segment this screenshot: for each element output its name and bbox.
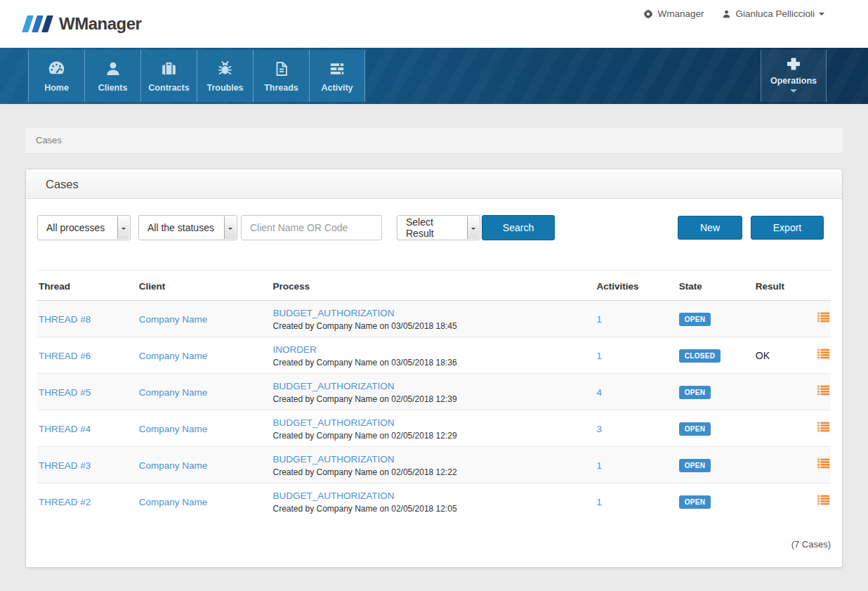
client-search-input[interactable] xyxy=(241,215,382,240)
process-select[interactable]: All processes xyxy=(37,215,131,240)
client-link[interactable]: Company Name xyxy=(139,424,208,434)
process-link[interactable]: BUDGET_AUTHORIZATION xyxy=(272,417,394,428)
process-link[interactable]: BUDGET_AUTHORIZATION xyxy=(272,381,394,391)
thread-link[interactable]: THREAD #8 xyxy=(39,314,91,325)
thread-link[interactable]: THREAD #4 xyxy=(39,424,91,434)
status-select[interactable]: All the statuses xyxy=(138,215,237,240)
logo-text: WManager xyxy=(59,14,141,34)
col-header-process: Process xyxy=(271,271,595,301)
created-text: Created by Company Name on 02/05/2018 12… xyxy=(272,504,593,514)
operations-label: Operations xyxy=(770,76,817,86)
activities-link[interactable]: 1 xyxy=(596,314,602,325)
activities-link[interactable]: 1 xyxy=(596,497,602,507)
table-row: THREAD #2Company NameBUDGET_AUTHORIZATIO… xyxy=(37,483,831,520)
activities-link[interactable]: 3 xyxy=(596,424,602,434)
logo-bars-icon xyxy=(25,15,51,32)
person-icon xyxy=(722,9,731,19)
document-icon xyxy=(273,59,290,78)
table-row: THREAD #5Company NameBUDGET_AUTHORIZATIO… xyxy=(37,374,831,410)
thread-link[interactable]: THREAD #2 xyxy=(39,497,91,507)
nav-tab-troubles[interactable]: Troubles xyxy=(197,50,253,102)
result-text xyxy=(754,374,805,410)
activities-link[interactable]: 1 xyxy=(596,460,602,471)
created-text: Created by Company Name on 02/05/2018 12… xyxy=(272,394,593,404)
nav-tabs: HomeClientsContractsTroublesThreadsActiv… xyxy=(28,50,365,102)
status-select-value: All the statuses xyxy=(147,222,214,233)
client-link[interactable]: Company Name xyxy=(139,314,208,325)
result-select-value: Select Result xyxy=(406,216,461,239)
app-logo: WManager xyxy=(25,14,141,34)
cases-table-body: THREAD #8Company NameBUDGET_AUTHORIZATIO… xyxy=(37,301,831,520)
client-link[interactable]: Company Name xyxy=(139,497,208,507)
client-link[interactable]: Company Name xyxy=(139,387,208,398)
select-arrow-icon xyxy=(224,216,236,239)
state-badge: OPEN xyxy=(679,422,711,436)
cases-panel: Cases All processes All the statuses Sel… xyxy=(25,169,843,568)
cases-count: (7 Cases) xyxy=(37,539,831,550)
result-text xyxy=(754,301,805,337)
select-arrow-icon xyxy=(117,216,129,239)
main-nav: HomeClientsContractsTroublesThreadsActiv… xyxy=(0,48,868,104)
client-link[interactable]: Company Name xyxy=(139,460,208,471)
col-header-thread: Thread xyxy=(37,271,138,301)
top-header: WManager Wmanager Gianluca Pelliccioli xyxy=(0,0,868,48)
settings-label: Wmanager xyxy=(657,8,704,19)
activities-link[interactable]: 4 xyxy=(596,387,602,398)
thread-link[interactable]: THREAD #5 xyxy=(39,387,91,398)
list-icon[interactable] xyxy=(817,458,829,472)
tasks-icon xyxy=(328,59,346,78)
settings-menu[interactable]: Wmanager xyxy=(643,8,704,19)
col-header-state: State xyxy=(678,271,754,301)
state-badge: OPEN xyxy=(679,386,711,399)
result-select[interactable]: Select Result xyxy=(397,215,480,240)
state-badge: OPEN xyxy=(679,495,711,509)
new-button[interactable]: New xyxy=(678,216,742,240)
briefcase-icon xyxy=(160,59,178,78)
dashboard-icon xyxy=(47,59,66,78)
activities-link[interactable]: 1 xyxy=(596,351,602,361)
process-select-value: All processes xyxy=(46,222,105,233)
plus-icon xyxy=(785,56,802,72)
process-link[interactable]: BUDGET_AUTHORIZATION xyxy=(272,454,394,465)
select-arrow-icon xyxy=(467,216,479,239)
state-badge: OPEN xyxy=(679,313,711,326)
list-icon[interactable] xyxy=(817,422,829,435)
nav-tab-home[interactable]: Home xyxy=(28,50,84,102)
nav-tab-label: Home xyxy=(44,83,69,93)
nav-tab-threads[interactable]: Threads xyxy=(253,50,309,102)
nav-tab-label: Troubles xyxy=(206,83,243,93)
filter-row: All processes All the statuses Select Re… xyxy=(37,215,831,240)
bug-icon xyxy=(216,59,234,78)
nav-tab-operations[interactable]: Operations xyxy=(761,50,827,102)
list-icon[interactable] xyxy=(817,349,829,362)
export-button[interactable]: Export xyxy=(751,216,824,240)
nav-tab-label: Threads xyxy=(264,83,298,93)
user-menu[interactable]: Gianluca Pelliccioli xyxy=(722,8,824,19)
table-row: THREAD #8Company NameBUDGET_AUTHORIZATIO… xyxy=(37,301,831,337)
list-icon[interactable] xyxy=(817,385,829,398)
state-badge: CLOSED xyxy=(679,349,721,363)
thread-link[interactable]: THREAD #6 xyxy=(39,351,91,361)
col-header-activities: Activities xyxy=(595,271,677,301)
col-header-client: Client xyxy=(138,271,272,301)
table-row: THREAD #6Company NameINORDERCreated by C… xyxy=(37,337,831,374)
nav-tab-activity[interactable]: Activity xyxy=(309,50,365,102)
thread-link[interactable]: THREAD #3 xyxy=(39,460,91,471)
nav-tab-contracts[interactable]: Contracts xyxy=(140,50,197,102)
state-badge: OPEN xyxy=(679,459,711,472)
list-icon[interactable] xyxy=(817,495,829,508)
page-content: Cases Cases All processes All the status… xyxy=(0,104,868,568)
process-link[interactable]: INORDER xyxy=(272,344,316,355)
created-text: Created by Company Name on 02/05/2018 12… xyxy=(272,431,593,441)
chevron-down-icon xyxy=(790,89,797,96)
process-link[interactable]: BUDGET_AUTHORIZATION xyxy=(272,308,394,318)
result-text xyxy=(754,447,805,483)
result-text xyxy=(754,410,805,447)
process-link[interactable]: BUDGET_AUTHORIZATION xyxy=(272,491,394,501)
created-text: Created by Company Name on 02/05/2018 12… xyxy=(272,467,593,477)
client-link[interactable]: Company Name xyxy=(139,351,208,361)
search-button[interactable]: Search xyxy=(482,215,555,240)
nav-tab-label: Clients xyxy=(98,83,128,93)
list-icon[interactable] xyxy=(817,312,829,325)
nav-tab-clients[interactable]: Clients xyxy=(84,50,140,102)
